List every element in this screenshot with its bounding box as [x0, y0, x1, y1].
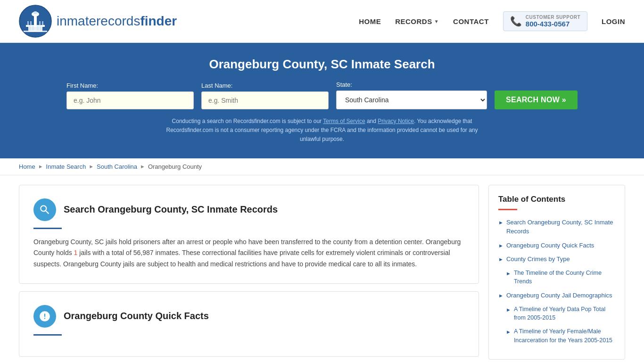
toc-chevron-icon-7: ►	[506, 328, 511, 336]
tos-link[interactable]: Terms of Service	[323, 118, 365, 124]
search-section-divider	[33, 228, 62, 229]
toc-chevron-icon-4: ►	[506, 270, 511, 278]
first-name-group: First Name:	[66, 82, 194, 109]
breadcrumb-current: Orangeburg County	[148, 163, 202, 170]
toc-link-3[interactable]: ► County Crimes by Type	[498, 255, 615, 264]
hero-disclaimer: Conducting a search on Recordsfinder.com…	[157, 117, 487, 144]
hero-section: Orangeburg County, SC Inmate Search Firs…	[0, 43, 644, 158]
svg-point-6	[33, 11, 37, 14]
first-name-input[interactable]	[66, 91, 194, 109]
support-label: CUSTOMER SUPPORT	[526, 15, 580, 20]
search-form: First Name: Last Name: State: South Caro…	[19, 81, 625, 109]
search-section-icon	[33, 198, 56, 221]
breadcrumb-inmate-search[interactable]: Inmate Search	[46, 163, 86, 170]
support-number: 800-433-0567	[526, 20, 580, 28]
content-left: Search Orangeburg County, SC Inmate Reco…	[19, 185, 479, 362]
breadcrumb-sep-1: ►	[38, 164, 43, 169]
toc-item-7: ► A Timeline of Yearly Female/Male Incar…	[498, 327, 615, 345]
svg-rect-8	[32, 25, 34, 31]
toc-link-1[interactable]: ► Search Orangeburg County, SC Inmate Re…	[498, 218, 615, 236]
main-content: Search Orangeburg County, SC Inmate Reco…	[0, 175, 644, 362]
breadcrumb-state[interactable]: South Carolina	[97, 163, 137, 170]
site-header: inmaterecordsfinder HOME RECORDS ▼ CONTA…	[0, 0, 644, 43]
logo[interactable]: inmaterecordsfinder	[19, 5, 177, 38]
breadcrumb-sep-2: ►	[89, 164, 94, 169]
toc-item-3: ► County Crimes by Type	[498, 255, 615, 264]
search-section-title: Search Orangeburg County, SC Inmate Reco…	[64, 204, 278, 215]
toc-chevron-icon-5: ►	[498, 292, 504, 300]
logo-text: inmaterecordsfinder	[57, 14, 177, 29]
state-label: State:	[336, 81, 352, 88]
toc-item-5: ► Orangeburg County Jail Demographics	[498, 291, 615, 300]
svg-rect-9	[37, 25, 39, 31]
nav-contact[interactable]: CONTACT	[453, 17, 489, 25]
svg-rect-7	[29, 25, 31, 31]
toc-divider	[498, 209, 517, 210]
last-name-input[interactable]	[201, 91, 329, 109]
toc-chevron-icon-2: ►	[498, 242, 504, 250]
nav-records[interactable]: RECORDS ▼	[395, 17, 439, 25]
toc-list: ► Search Orangeburg County, SC Inmate Re…	[498, 218, 615, 345]
breadcrumb-sep-3: ►	[140, 164, 145, 169]
last-name-group: Last Name:	[201, 82, 329, 109]
svg-rect-10	[40, 25, 41, 31]
svg-rect-12	[30, 21, 32, 25]
state-select[interactable]: South Carolina	[336, 90, 487, 109]
first-name-label: First Name:	[66, 82, 98, 89]
jails-count-link[interactable]: 1	[74, 249, 78, 256]
privacy-link[interactable]: Privacy Notice	[378, 118, 414, 124]
quick-facts-icon	[33, 305, 56, 328]
quick-facts-header: Orangeburg County Quick Facts	[33, 305, 464, 328]
nav-home[interactable]: HOME	[359, 17, 381, 25]
customer-support-box[interactable]: 📞 CUSTOMER SUPPORT 800-433-0567	[503, 11, 587, 31]
breadcrumb-home[interactable]: Home	[19, 163, 35, 170]
toc-item-1: ► Search Orangeburg County, SC Inmate Re…	[498, 218, 615, 236]
content-right: Table of Contents ► Search Orangeburg Co…	[488, 185, 625, 362]
toc-chevron-icon-6: ►	[506, 306, 511, 314]
state-group: State: South Carolina	[336, 81, 487, 109]
last-name-label: Last Name:	[201, 82, 232, 89]
svg-rect-13	[39, 21, 41, 25]
search-records-card: Search Orangeburg County, SC Inmate Reco…	[19, 185, 479, 284]
quick-facts-card: Orangeburg County Quick Facts	[19, 291, 479, 357]
toc-link-7[interactable]: ► A Timeline of Yearly Female/Male Incar…	[506, 327, 615, 345]
warning-icon	[39, 310, 51, 322]
toc-chevron-icon-3: ►	[498, 255, 504, 263]
toc-link-6[interactable]: ► A Timeline of Yearly Data Pop Total fr…	[506, 305, 615, 323]
toc-link-5[interactable]: ► Orangeburg County Jail Demographics	[498, 291, 615, 300]
search-icon	[39, 204, 51, 216]
search-section-header: Search Orangeburg County, SC Inmate Reco…	[33, 198, 464, 221]
login-button[interactable]: LOGIN	[602, 17, 625, 25]
toc-item-6: ► A Timeline of Yearly Data Pop Total fr…	[498, 305, 615, 323]
svg-rect-14	[42, 21, 43, 25]
quick-facts-title: Orangeburg County Quick Facts	[64, 311, 209, 321]
search-section-body: Orangeburg County, SC jails hold prisone…	[33, 237, 464, 270]
search-button[interactable]: SEARCH NOW »	[495, 90, 578, 109]
records-chevron-icon: ▼	[434, 19, 439, 24]
toc-item-2: ► Orangeburg County Quick Facts	[498, 241, 615, 250]
toc-card: Table of Contents ► Search Orangeburg Co…	[488, 185, 625, 360]
quick-facts-divider	[33, 334, 62, 336]
toc-link-2[interactable]: ► Orangeburg County Quick Facts	[498, 241, 615, 250]
logo-icon	[19, 5, 52, 38]
svg-rect-3	[24, 31, 47, 32]
phone-icon: 📞	[510, 16, 522, 27]
page-title: Orangeburg County, SC Inmate Search	[19, 57, 625, 72]
main-nav: HOME RECORDS ▼ CONTACT 📞 CUSTOMER SUPPOR…	[359, 11, 625, 31]
breadcrumb: Home ► Inmate Search ► South Carolina ► …	[0, 158, 644, 175]
svg-rect-11	[27, 21, 29, 25]
toc-chevron-icon-1: ►	[498, 219, 504, 227]
toc-link-4[interactable]: ► The Timeline of the County Crime Trend…	[506, 269, 615, 287]
toc-item-4: ► The Timeline of the County Crime Trend…	[498, 269, 615, 287]
toc-title: Table of Contents	[498, 195, 615, 204]
